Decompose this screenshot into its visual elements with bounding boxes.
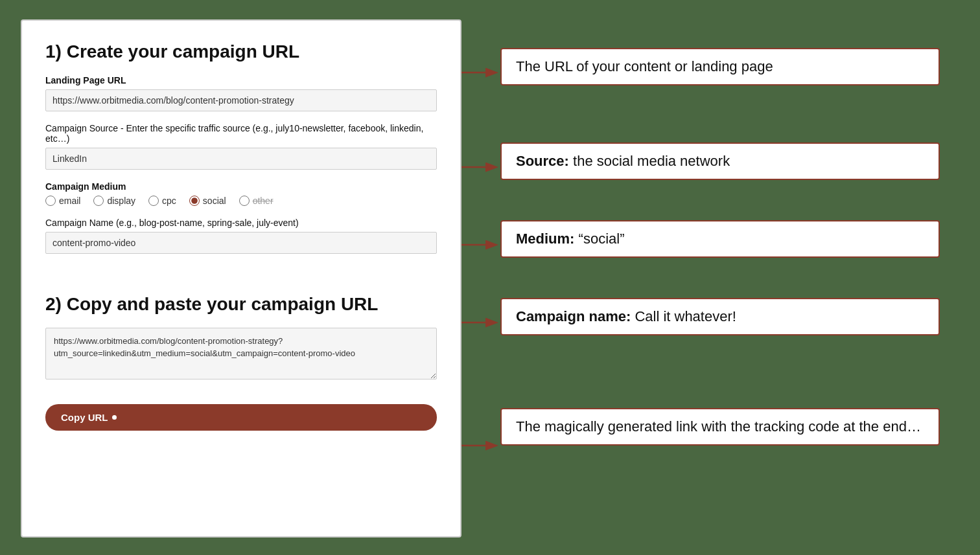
section1-title: 1) Create your campaign URL — [45, 41, 437, 62]
campaign-name-label: Campaign Name (e.g., blog-post-name, spr… — [45, 218, 437, 228]
source-input[interactable] — [45, 148, 437, 170]
radio-cpc[interactable]: cpc — [148, 196, 176, 206]
source-label: Campaign Source - Enter the specific tra… — [45, 123, 437, 144]
section2-title: 2) Copy and paste your campaign URL — [45, 294, 437, 315]
radio-display[interactable]: display — [93, 196, 135, 206]
annotation-box-url: The URL of your content or landing page — [500, 48, 940, 85]
generated-url-textarea[interactable]: https://www.orbitmedia.com/blog/content-… — [45, 328, 437, 379]
radio-social-input[interactable] — [189, 196, 200, 206]
annotation-box-medium: Medium: “social” — [500, 220, 940, 258]
medium-label: Campaign Medium — [45, 181, 437, 192]
medium-radio-group: email display cpc social other — [45, 196, 437, 206]
radio-other-input[interactable] — [239, 196, 250, 206]
right-panel: The URL of your content or landing page … — [461, 19, 959, 536]
generated-url-group: https://www.orbitmedia.com/blog/content-… — [45, 328, 437, 382]
left-panel: 1) Create your campaign URL Landing Page… — [21, 19, 461, 538]
radio-display-input[interactable] — [93, 196, 104, 206]
campaign-name-group: Campaign Name (e.g., blog-post-name, spr… — [45, 218, 437, 254]
radio-email-input[interactable] — [45, 196, 56, 206]
radio-email[interactable]: email — [45, 196, 80, 206]
source-group: Campaign Source - Enter the specific tra… — [45, 123, 437, 170]
radio-other[interactable]: other — [239, 196, 274, 206]
copy-url-button[interactable]: Copy URL — [45, 404, 437, 431]
annotation-box-campaign-name: Campaign name: Call it whatever! — [500, 298, 940, 335]
landing-page-group: Landing Page URL — [45, 75, 437, 111]
radio-social[interactable]: social — [189, 196, 226, 206]
radio-cpc-input[interactable] — [148, 196, 159, 206]
landing-page-label: Landing Page URL — [45, 75, 437, 85]
landing-page-input[interactable] — [45, 89, 437, 111]
copy-btn-dot — [112, 415, 117, 420]
medium-group: Campaign Medium email display cpc social… — [45, 181, 437, 206]
outer-wrapper: 1) Create your campaign URL Landing Page… — [10, 9, 970, 547]
campaign-name-input[interactable] — [45, 232, 437, 254]
annotation-box-source: Source: the social media network — [500, 142, 940, 180]
copy-btn-label: Copy URL — [61, 412, 108, 423]
annotation-box-generated-link: The magically generated link with the tr… — [500, 408, 940, 446]
arrows-svg — [461, 19, 959, 536]
